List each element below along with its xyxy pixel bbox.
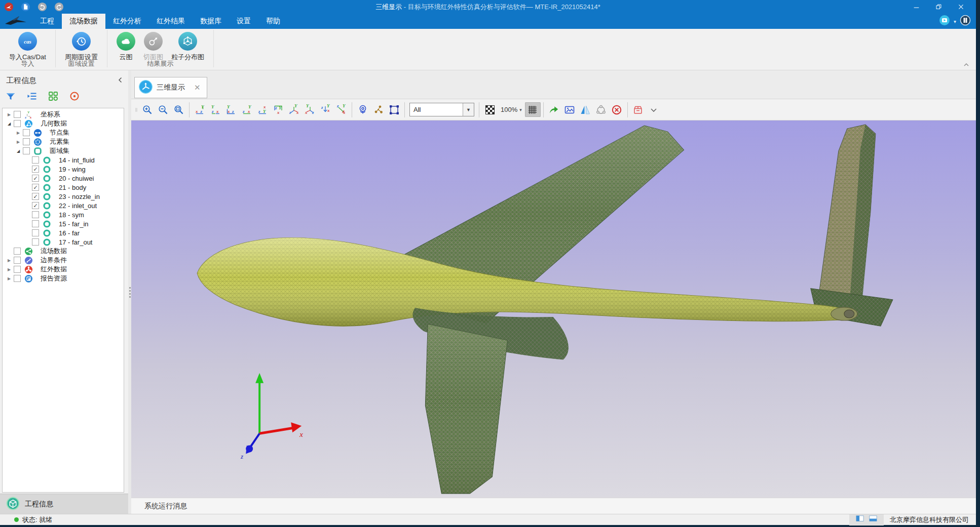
tree-item-几何数据[interactable]: ◢几何数据 [3,119,124,128]
orbit-nodes-button[interactable] [593,102,609,117]
menu-item-红外结果[interactable]: 红外结果 [149,14,193,29]
view-top-button[interactable]: xzY [255,102,271,117]
tree-checkbox[interactable] [23,147,30,154]
view-iso1-button[interactable]: Yzx [286,102,302,117]
ribbon-collapse-button[interactable] [963,60,970,69]
tree-expander[interactable]: ▶ [6,112,13,117]
viewport-3d[interactable]: x z [131,120,976,498]
zoom-fit-button[interactable] [171,102,186,117]
tree-item-14 - int_fluid[interactable]: 14 - int_fluid [3,155,124,165]
view-front-button[interactable]: xzY [192,102,208,117]
tree-item-坐标系[interactable]: ▶Yzx坐标系 [3,110,124,119]
tree-checkbox[interactable] [32,156,39,164]
tree-checkbox[interactable]: ✓ [32,175,39,182]
view-bottom-button[interactable]: zYx [271,102,286,117]
tree-checkbox[interactable]: ✓ [32,184,39,191]
tree-item-边界条件[interactable]: ▶边界条件 [3,256,124,265]
tree-checkbox[interactable] [23,138,30,145]
tree-item-20 - chuiwei[interactable]: ✓20 - chuiwei [3,174,124,183]
tree-item-18 - sym[interactable]: 18 - sym [3,210,124,219]
menu-item-工程[interactable]: 工程 [32,14,62,29]
toolbar-drag-handle[interactable] [133,102,139,117]
close-button[interactable] [950,0,972,14]
locate-icon[interactable] [69,91,80,104]
tree-checkbox[interactable] [32,211,39,218]
tree-checkbox[interactable] [14,120,21,127]
tree-checkbox[interactable]: ✓ [32,193,39,200]
caret-down-icon[interactable]: ▾ [954,19,956,24]
video-help-icon[interactable] [939,15,950,28]
tree-item-节点集[interactable]: ▶节点集 [3,128,124,137]
tree-item-21 - body[interactable]: ✓21 - body [3,183,124,192]
tree-expander[interactable]: ▶ [6,258,13,263]
zoom-in-button[interactable] [139,102,155,117]
view-iso4-button[interactable]: zxY [333,102,349,117]
restore-button[interactable] [927,0,950,14]
tree-item-面域集[interactable]: ◢面域集 [3,146,124,155]
mirror-button[interactable] [578,102,593,117]
tree-item-15 - far_in[interactable]: 15 - far_in [3,219,124,228]
tree-expander[interactable]: ◢ [15,149,22,153]
zoom-out-button[interactable] [155,102,171,117]
mesh-toggle-button[interactable] [525,102,541,117]
ribbon-button-周期面设置[interactable]: 周期面设置 [61,31,102,62]
tree-checkbox[interactable]: ✓ [32,202,39,209]
ribbon-button-粒子分布图[interactable]: 粒子分布图 [167,31,208,62]
minimize-button[interactable] [905,0,927,14]
snapshot-button[interactable] [562,102,578,117]
menu-item-帮助[interactable]: 帮助 [258,14,288,29]
tree-item-红外数据[interactable]: ▶红外数据 [3,265,124,274]
tree-item-23 - nozzle_in[interactable]: ✓23 - nozzle_in [3,192,124,201]
tree-checkbox[interactable] [32,238,39,246]
tab-close-icon[interactable]: ✕ [194,83,201,92]
tree-expander[interactable]: ▶ [6,267,13,272]
undo-button[interactable] [37,2,47,12]
opacity-dropdown[interactable]: 100%▾ [498,106,525,113]
perspective-camera-button[interactable] [355,102,370,117]
ribbon-button-云图[interactable]: 云图 [112,31,139,62]
app-logo-button[interactable] [4,2,14,12]
new-doc-button[interactable] [21,2,30,12]
more-options-button[interactable] [646,102,662,117]
tree-item-报告资源[interactable]: ▶报告资源 [3,274,124,283]
tree-expander[interactable]: ◢ [6,121,13,126]
tree-checkbox[interactable] [14,248,21,255]
tree-item-22 - inlet_out[interactable]: ✓22 - inlet_out [3,201,124,210]
tree-checkbox[interactable] [32,229,39,236]
layout-bottom-icon[interactable] [869,515,878,524]
tree-checkbox[interactable] [14,257,21,264]
tree-item-17 - far_out[interactable]: 17 - far_out [3,237,124,247]
tree-checkbox[interactable] [14,111,21,118]
tree-checkbox[interactable] [14,275,21,282]
tree-checkbox[interactable] [32,220,39,227]
tree-item-流场数据[interactable]: 流场数据 [3,247,124,256]
export-view-button[interactable] [546,102,562,117]
project-panel-footer[interactable]: 工程信息 [0,494,128,514]
view-iso2-button[interactable]: Yxz [302,102,318,117]
redo-button[interactable] [54,2,64,12]
tree-checkbox[interactable] [23,129,30,136]
about-icon[interactable] [960,15,971,28]
view-left-button[interactable]: Yxz [223,102,239,117]
tree-item-16 - far[interactable]: 16 - far [3,228,124,237]
tree-item-19 - wing[interactable]: ✓19 - wing [3,165,124,174]
layout-left-icon[interactable] [855,515,864,524]
display-filter-combo[interactable]: All▼ [409,103,474,116]
menu-item-设置[interactable]: 设置 [229,14,258,29]
view-back-button[interactable]: Yzx [208,102,223,117]
menu-item-流场数据[interactable]: 流场数据 [62,14,105,29]
tree-expander[interactable]: ▶ [6,276,13,281]
box-select-button[interactable] [386,102,402,117]
node-cluster-button[interactable] [370,102,386,117]
transparency-button[interactable] [482,102,498,117]
tree-expander[interactable]: ▶ [15,131,22,135]
tree-checkbox[interactable] [14,266,21,273]
filter-icon[interactable] [5,91,16,104]
tree-expander[interactable]: ▶ [15,140,22,144]
tab-3d-view[interactable]: 三维显示 ✕ [134,77,207,98]
grid-view-icon[interactable] [48,91,59,104]
menu-item-红外分析[interactable]: 红外分析 [105,14,149,29]
ribbon-button-导入Cas/Dat[interactable]: cas导入Cas/Dat [5,31,50,62]
combo-dropdown-button[interactable]: ▼ [463,103,474,116]
cancel-button[interactable] [609,102,625,117]
